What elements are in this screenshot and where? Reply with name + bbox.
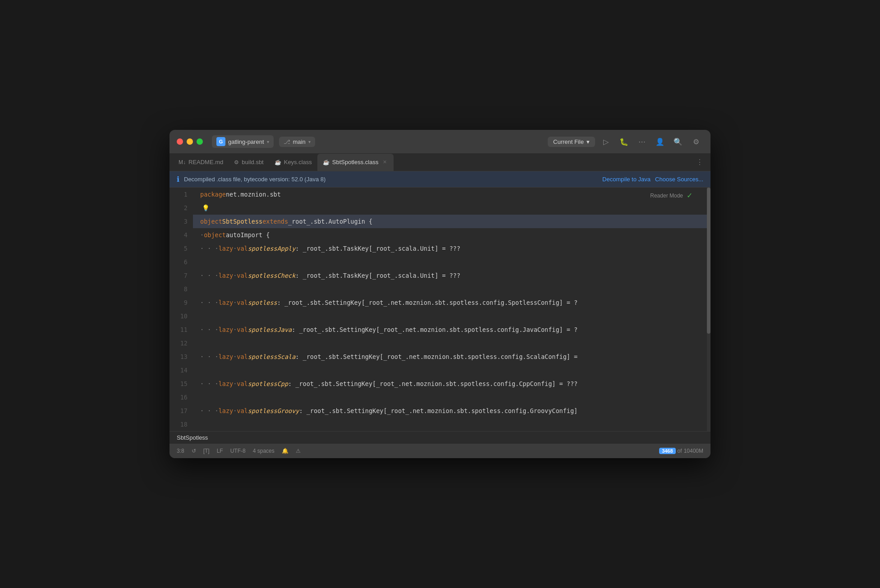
code-text: spotlessApply [248,242,296,255]
debug-button[interactable]: 🐛 [617,134,631,149]
titlebar: G gatling-parent ▾ ⎇ main ▾ Current File… [170,130,710,153]
decompile-to-java-button[interactable]: Decompile to Java [602,176,651,183]
close-button[interactable] [177,138,183,145]
code-line-15: · · · lazy · val spotlessCpp : _root_.sb… [193,377,710,390]
memory-indicator[interactable]: 3468 of 10400M [659,448,703,454]
indent-dots: · · · [200,242,219,255]
code-line-16 [193,390,710,404]
code-line-13: · · · lazy · val spotlessScala : _root_.… [193,350,710,363]
keyword: val [237,350,248,363]
lightbulb-icon[interactable]: 💡 [202,201,210,215]
code-line-2: 💡 [193,201,710,215]
code-text: : _root_.sbt.TaskKey[_root_.scala.Unit] … [295,242,460,255]
code-line-1: package net.moznion.sbt [193,188,710,201]
tab-readme[interactable]: M↓ README.md [173,154,229,171]
type-indicator[interactable]: [T] [203,448,210,454]
keyword: val [237,323,248,336]
settings-icon[interactable]: ⚙ [689,134,703,149]
keys-tab-label: Keys.class [284,159,312,165]
tab-sbtspotless-class[interactable]: ☕ SbtSpotless.class ✕ [317,154,394,171]
code-line-4: · object autoImport { [193,228,710,242]
indent-dot: · [233,350,237,363]
type-indicator-label: [T] [203,448,210,454]
project-icon: G [216,137,225,146]
choose-sources-button[interactable]: Choose Sources... [655,176,703,183]
keyword: lazy [219,323,234,336]
encoding[interactable]: UTF-8 [230,448,246,454]
code-content[interactable]: package net.moznion.sbt 💡 object SbtSpot… [193,188,710,431]
code-text: autoImport { [226,228,270,242]
cursor-position[interactable]: 3:8 [177,448,184,454]
keyword: val [237,242,248,255]
code-text: spotlessScala [248,350,296,363]
account-icon[interactable]: 👤 [653,134,667,149]
indent-label: 4 spaces [253,448,275,454]
maximize-button[interactable] [197,138,203,145]
branch-selector[interactable]: ⎇ main ▾ [279,137,315,147]
code-text: spotlessCheck [248,269,296,282]
status-bar: SbtSpotless [170,431,710,444]
tab-build-sbt[interactable]: ⚙ build.sbt [229,154,269,171]
run-button[interactable]: ▷ [599,134,613,149]
current-file-label: Current File [553,138,584,145]
build-tab-label: build.sbt [242,159,263,165]
keyword: val [237,296,248,309]
code-line-6 [193,255,710,269]
more-button[interactable]: ⋯ [635,134,649,149]
current-file-button[interactable]: Current File ▾ [548,137,595,147]
search-icon[interactable]: 🔍 [671,134,685,149]
notifications-icon[interactable]: 🔔 [282,448,289,454]
keyword: lazy [219,296,234,309]
memory-separator: of [678,448,682,454]
code-line-12 [193,336,710,350]
code-text: spotlessJava [248,323,292,336]
keyword: lazy [219,269,234,282]
memory-total-label: 10400M [684,448,703,454]
keyword: lazy [219,404,234,418]
indent-dots: · · · [200,377,219,390]
indent-dot: · [233,269,237,282]
sbtspotless-tab-icon: ☕ [323,159,330,165]
traffic-lights [177,138,203,145]
readme-tab-label: README.md [188,159,223,165]
branch-icon: ⎇ [284,138,290,145]
code-text: : _root_.sbt.SettingKey[_root_.net.mozni… [277,296,578,309]
keyword: package [200,188,226,201]
titlebar-right: Current File ▾ ▷ 🐛 ⋯ 👤 🔍 ⚙ [548,134,703,149]
code-line-11: · · · lazy · val spotlessJava : _root_.s… [193,323,710,336]
scrollbar[interactable] [707,188,710,431]
main-window: G gatling-parent ▾ ⎇ main ▾ Current File… [170,130,710,458]
indent-dots: · [200,228,204,242]
sbtspotless-tab-label: SbtSpotless.class [332,159,379,165]
tab-keys-class[interactable]: ☕ Keys.class [269,154,317,171]
line-ending[interactable]: LF [217,448,223,454]
status-filename: SbtSpotless [177,434,208,441]
code-line-9: · · · lazy · val spotless : _root_.sbt.S… [193,296,710,309]
scrollbar-thumb[interactable] [707,188,710,334]
code-text: SbtSpotless [222,215,262,228]
readme-tab-icon: M↓ [179,159,186,165]
minimize-button[interactable] [187,138,193,145]
bell-icon: 🔔 [282,448,289,454]
indent-dots: · · · [200,350,219,363]
indent[interactable]: 4 spaces [253,448,275,454]
sync-icon-button[interactable]: ↺ [192,448,196,454]
indent-dot: · [233,404,237,418]
indent-dots: · · · [200,296,219,309]
tab-close-icon[interactable]: ✕ [381,159,388,166]
project-selector[interactable]: G gatling-parent ▾ [212,135,274,148]
project-name: gatling-parent [228,138,264,145]
indent-dots: · · · [200,404,219,418]
code-text: : _root_.sbt.SettingKey[_root_.net.mozni… [292,323,578,336]
code-line-10 [193,309,710,323]
errors-icon[interactable]: ⚠ [296,448,301,454]
indent-dots: · · · [200,323,219,336]
indent-dots: · · · [200,269,219,282]
build-tab-icon: ⚙ [234,159,239,165]
code-text: spotlessCpp [248,377,288,390]
indent-dot: · [233,296,237,309]
keyword: lazy [219,377,234,390]
code-text: : _root_.sbt.SettingKey[_root_.net.mozni… [288,377,578,390]
tabs-more-icon[interactable]: ⋮ [692,156,707,168]
code-text: _root_.sbt.AutoPlugin { [288,215,372,228]
